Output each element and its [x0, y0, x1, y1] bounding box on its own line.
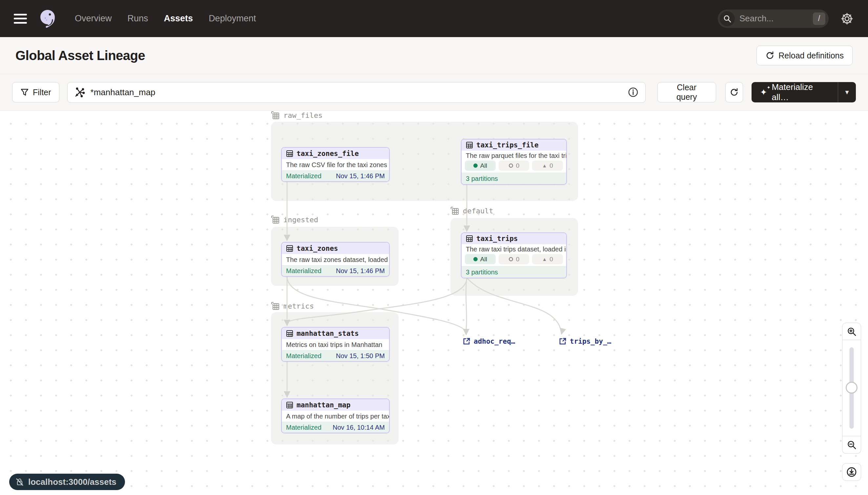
reload-icon [765, 51, 775, 60]
arrowhead [463, 225, 470, 232]
search-input[interactable] [739, 14, 813, 24]
ring-icon [509, 257, 513, 262]
nav-link-assets[interactable]: Assets [164, 14, 193, 24]
lineage-edges [0, 111, 868, 495]
page-title: Global Asset Lineage [15, 48, 145, 63]
table-icon [286, 245, 293, 252]
dagster-logo-icon[interactable] [37, 8, 59, 30]
pill-label: All [480, 162, 487, 169]
zoom-out-button[interactable] [842, 436, 861, 454]
lineage-canvas[interactable]: raw_files ingested default metrics [0, 111, 868, 495]
zoom-slider[interactable] [842, 340, 861, 436]
asset-name: manhattan_map [297, 401, 350, 409]
partition-health-row: All 0 ▲0 [462, 254, 566, 266]
asset-name: taxi_zones_file [297, 150, 359, 157]
ring-icon [509, 163, 513, 168]
download-icon [846, 466, 857, 478]
reload-definitions-label: Reload definitions [778, 51, 844, 61]
settings-gear-icon[interactable] [840, 12, 854, 26]
table-icon [466, 141, 473, 149]
query-input[interactable] [91, 87, 627, 98]
partitions-failed-pill[interactable]: 0 [499, 160, 529, 171]
download-image-button[interactable] [842, 463, 861, 481]
partitions-missing-pill[interactable]: ▲0 [532, 160, 563, 171]
asset-status-row: 3 partitions [462, 266, 566, 278]
clear-query-button[interactable]: Clear query [657, 82, 716, 102]
asset-node-taxi-zones-file[interactable]: taxi_zones_file The raw CSV file for the… [281, 147, 390, 182]
asset-status-row: Materialized Nov 16, 10:14 AM [282, 422, 389, 433]
partitions-all-pill[interactable]: All [465, 254, 496, 264]
materialize-all-split-button: ✦✦ Materialize all… ▾ [751, 82, 856, 102]
zoom-out-icon [847, 440, 856, 450]
partitions-count-label: 3 partitions [466, 269, 498, 276]
status-timestamp: Nov 15, 1:46 PM [336, 267, 385, 275]
refresh-icon [730, 88, 739, 97]
status-label: Materialized [286, 172, 321, 180]
clear-query-label: Clear query [666, 83, 707, 102]
materialize-options-caret[interactable]: ▾ [838, 82, 856, 102]
asset-node-manhattan-map[interactable]: manhattan_map A map of the number of tri… [281, 398, 390, 433]
asset-description: A map of the number of trips per taxi z.… [282, 411, 389, 422]
status-timestamp: Nov 16, 10:14 AM [333, 424, 385, 431]
partitions-all-pill[interactable]: All [465, 160, 496, 171]
partitions-count-label: 3 partitions [466, 175, 498, 183]
status-timestamp: Nov 15, 1:46 PM [336, 172, 385, 180]
status-timestamp: Nov 15, 1:50 PM [336, 352, 385, 360]
materialize-all-button[interactable]: ✦✦ Materialize all… [751, 82, 838, 102]
asset-node-manhattan-stats[interactable]: manhattan_stats Metrics on taxi trips in… [281, 327, 390, 362]
nav-link-overview[interactable]: Overview [75, 14, 112, 24]
table-icon [286, 330, 293, 337]
status-url-text: localhost:3000/assets [28, 477, 117, 487]
status-label: Materialized [286, 352, 321, 360]
zoom-controls [842, 323, 861, 481]
filter-button[interactable]: Filter [12, 82, 59, 102]
sparkle-icon: ✦✦ [760, 88, 767, 97]
status-url-pill: localhost:3000/assets [9, 474, 125, 490]
success-dot-icon [473, 164, 478, 168]
asset-node-header: manhattan_map [282, 399, 389, 411]
asset-node-taxi-zones[interactable]: taxi_zones The raw taxi zones dataset, l… [281, 242, 390, 277]
zoom-slider-thumb[interactable] [846, 382, 857, 394]
asset-name: manhattan_stats [297, 329, 359, 338]
asset-description: The raw CSV file for the taxi zones dat.… [282, 159, 389, 170]
top-nav: Overview Runs Assets Deployment / [0, 0, 868, 37]
menu-icon[interactable] [14, 14, 27, 24]
partitions-failed-pill[interactable]: 0 [499, 254, 529, 264]
nav-link-deployment[interactable]: Deployment [209, 14, 256, 24]
external-asset-name: adhoc_req… [474, 338, 515, 345]
asset-node-header: taxi_zones_file [282, 148, 389, 159]
asset-name: taxi_trips [476, 235, 518, 243]
nav-link-runs[interactable]: Runs [128, 14, 148, 24]
table-icon [466, 235, 473, 242]
edge-zones-to-adhoc [287, 276, 465, 330]
arrowhead [558, 328, 566, 336]
funnel-icon [20, 88, 29, 97]
status-label: Materialized [286, 424, 321, 431]
external-link-icon [559, 338, 567, 345]
triangle-icon: ▲ [542, 256, 547, 262]
asset-node-taxi-trips[interactable]: taxi_trips The raw taxi trips dataset, l… [461, 233, 567, 278]
arrowhead [463, 329, 470, 336]
table-icon [286, 402, 293, 409]
global-search[interactable]: / [718, 10, 829, 28]
asset-graph-icon [74, 87, 85, 98]
asset-description: Metrics on taxi trips in Manhattan [282, 339, 389, 350]
external-asset-trips-by[interactable]: trips_by_… [559, 338, 611, 345]
pill-label: All [480, 256, 487, 263]
status-label: Materialized [286, 267, 321, 275]
asset-description: The raw taxi zones dataset, loaded int..… [282, 254, 389, 265]
refresh-graph-button[interactable] [725, 82, 743, 102]
asset-description: The raw parquet files for the taxi trips… [462, 151, 566, 160]
asset-status-row: Materialized Nov 15, 1:46 PM [282, 265, 389, 276]
zoom-in-button[interactable] [842, 323, 861, 340]
asset-status-row: 3 partitions [462, 173, 566, 184]
asset-node-header: manhattan_stats [282, 328, 389, 339]
reload-definitions-button[interactable]: Reload definitions [757, 46, 853, 65]
asset-selection-input[interactable] [67, 82, 645, 103]
info-icon[interactable] [627, 87, 639, 98]
triangle-icon: ▲ [542, 163, 547, 168]
external-asset-adhoc-request[interactable]: adhoc_req… [463, 338, 515, 345]
partitions-missing-pill[interactable]: ▲0 [532, 254, 563, 264]
asset-node-taxi-trips-file[interactable]: taxi_trips_file The raw parquet files fo… [461, 139, 567, 185]
search-icon [720, 11, 735, 26]
